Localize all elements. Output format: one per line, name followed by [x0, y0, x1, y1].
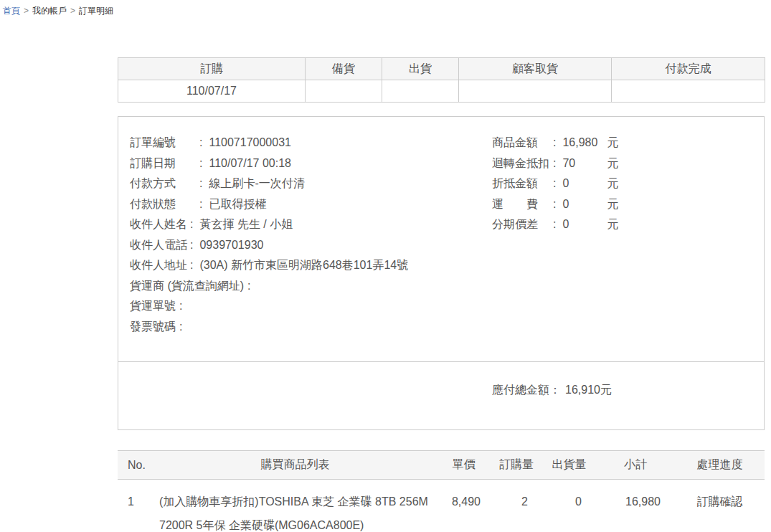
colon: :: [179, 296, 182, 317]
discount-amount-value: 0: [562, 174, 607, 194]
product-amount-label: 商品金額: [492, 133, 553, 153]
order-date-value: 110/07/17 00:18: [209, 153, 290, 174]
breadcrumb-item-order-detail: 訂單明細: [79, 6, 113, 16]
recipient-phone-row: 收件人電話:0939701930: [130, 235, 408, 256]
products-header-row: No. 購買商品列表 單價 訂購量 出貨量 小計 處理進度: [118, 451, 765, 480]
order-amounts-column: 商品金額:16,980元 迴轉金抵扣:70元 折抵金額:0元 運 費:0元 分期…: [492, 133, 618, 235]
status-date-ordered: 110/07/17: [118, 80, 306, 103]
product-amount-row: 商品金額:16,980元: [492, 133, 618, 153]
colon: :: [190, 214, 193, 235]
order-info-left-column: 訂單編號:1100717000031 訂購日期:110/07/17 00:18 …: [130, 133, 408, 337]
rebate-deduction-label: 迴轉金抵扣: [492, 153, 553, 174]
recipient-phone-label: 收件人電話: [130, 235, 190, 256]
shipping-fee-label: 運 費: [492, 194, 553, 215]
status-value-row: 110/07/17: [118, 80, 765, 103]
status-date-prepared: [306, 80, 382, 103]
payment-status-value: 已取得授權: [209, 194, 266, 215]
installment-diff-label: 分期價差: [492, 214, 553, 235]
installment-diff-row: 分期價差:0元: [492, 214, 618, 235]
order-date-row: 訂購日期:110/07/17 00:18: [130, 153, 408, 174]
currency-unit: 元: [607, 133, 618, 153]
invoice-number-row: 發票號碼:: [130, 317, 408, 338]
status-header-prepared: 備貨: [306, 58, 382, 80]
product-col-subtotal: 小計: [596, 451, 675, 480]
status-date-paid: [612, 80, 765, 103]
product-row-ship-qty: 0: [542, 480, 596, 532]
product-row: 1 (加入購物車享折扣)TOSHIBA 東芝 企業碟 8TB 256M 7200…: [118, 480, 765, 532]
currency-unit: 元: [607, 214, 618, 235]
product-row-unit-price: 8,490: [437, 480, 491, 532]
product-col-status: 處理進度: [675, 451, 765, 480]
product-row-subtotal: 16,980: [596, 480, 675, 532]
recipient-name-row: 收件人姓名:黃玄揮 先生 / 小姐: [130, 214, 408, 235]
status-header-paid: 付款完成: [612, 58, 765, 80]
order-number-value: 1100717000031: [209, 133, 291, 153]
status-date-shipped: [382, 80, 459, 103]
carrier-label: 貨運商 (貨流查詢網址): [130, 276, 244, 297]
currency-unit: 元: [607, 194, 618, 215]
shipping-fee-row: 運 費:0元: [492, 194, 618, 215]
installment-diff-value: 0: [562, 214, 607, 235]
product-col-no: No.: [118, 451, 153, 480]
payment-method-label: 付款方式: [130, 174, 199, 194]
breadcrumb-item-account: 我的帳戶: [32, 6, 67, 16]
colon: :: [190, 255, 193, 276]
total-due-value: 16,910元: [565, 384, 612, 396]
status-header-row: 訂購 備貨 出貨 顧客取貨 付款完成: [118, 58, 765, 80]
currency-unit: 元: [607, 153, 618, 174]
colon: :: [553, 214, 556, 235]
recipient-address-label: 收件人地址: [130, 255, 190, 276]
recipient-name-label: 收件人姓名: [130, 214, 190, 235]
order-number-label: 訂單編號: [130, 133, 199, 153]
payment-status-row: 付款狀態:已取得授權: [130, 194, 408, 215]
product-amount-value: 16,980: [562, 133, 607, 153]
colon: :: [190, 235, 193, 256]
colon: :: [553, 174, 556, 194]
product-row-name: (加入購物車享折扣)TOSHIBA 東芝 企業碟 8TB 256M 7200R …: [153, 480, 437, 532]
order-status-table: 訂購 備貨 出貨 顧客取貨 付款完成 110/07/17: [118, 57, 765, 103]
product-col-ship-qty: 出貨量: [542, 451, 596, 480]
product-col-order-qty: 訂購量: [491, 451, 542, 480]
colon: :: [247, 276, 250, 297]
breadcrumb: 首頁>我的帳戶>訂單明細: [3, 5, 113, 17]
order-info-section: 訂單編號:1100717000031 訂購日期:110/07/17 00:18 …: [118, 117, 764, 362]
recipient-address-value: (30A) 新竹市東區明湖路648巷101弄14號: [199, 255, 408, 276]
status-header-pickup: 顧客取貨: [459, 58, 612, 80]
colon: :: [199, 133, 202, 153]
discount-amount-label: 折抵金額: [492, 174, 553, 194]
breadcrumb-home-link[interactable]: 首頁: [3, 6, 20, 16]
colon: :: [179, 317, 182, 338]
recipient-address-row: 收件人地址:(30A) 新竹市東區明湖路648巷101弄14號: [130, 255, 408, 276]
colon: :: [553, 133, 556, 153]
discount-amount-row: 折抵金額:0元: [492, 174, 618, 194]
payment-status-label: 付款狀態: [130, 194, 199, 215]
product-row-status: 訂購確認: [675, 480, 765, 532]
products-table: No. 購買商品列表 單價 訂購量 出貨量 小計 處理進度 1 (加入購物車享折…: [118, 450, 765, 532]
colon: :: [553, 153, 556, 174]
rebate-deduction-value: 70: [562, 153, 607, 174]
rebate-deduction-row: 迴轉金抵扣:70元: [492, 153, 618, 174]
order-info-panel: 訂單編號:1100717000031 訂購日期:110/07/17 00:18 …: [118, 116, 765, 430]
colon: :: [199, 153, 202, 174]
carrier-row: 貨運商 (貨流查詢網址):: [130, 276, 408, 297]
product-row-order-qty: 2: [491, 480, 542, 532]
total-due-label: 應付總金額：: [492, 384, 561, 396]
order-number-row: 訂單編號:1100717000031: [130, 133, 408, 153]
status-date-pickup: [459, 80, 612, 103]
payment-method-value: 線上刷卡-一次付清: [209, 174, 304, 194]
recipient-phone-value: 0939701930: [199, 235, 263, 256]
payment-method-row: 付款方式:線上刷卡-一次付清: [130, 174, 408, 194]
product-row-no: 1: [118, 480, 153, 532]
invoice-number-label: 發票號碼: [130, 317, 176, 338]
breadcrumb-separator: >: [70, 6, 75, 16]
shipping-fee-value: 0: [562, 194, 607, 215]
product-col-unit-price: 單價: [437, 451, 491, 480]
tracking-number-label: 貨運單號: [130, 296, 176, 317]
order-date-label: 訂購日期: [130, 153, 199, 174]
colon: :: [199, 194, 202, 215]
total-due-section: 應付總金額：16,910元: [118, 362, 764, 398]
product-col-name: 購買商品列表: [153, 451, 437, 480]
tracking-number-row: 貨運單號:: [130, 296, 408, 317]
currency-unit: 元: [607, 174, 618, 194]
recipient-name-value: 黃玄揮 先生 / 小姐: [199, 214, 293, 235]
